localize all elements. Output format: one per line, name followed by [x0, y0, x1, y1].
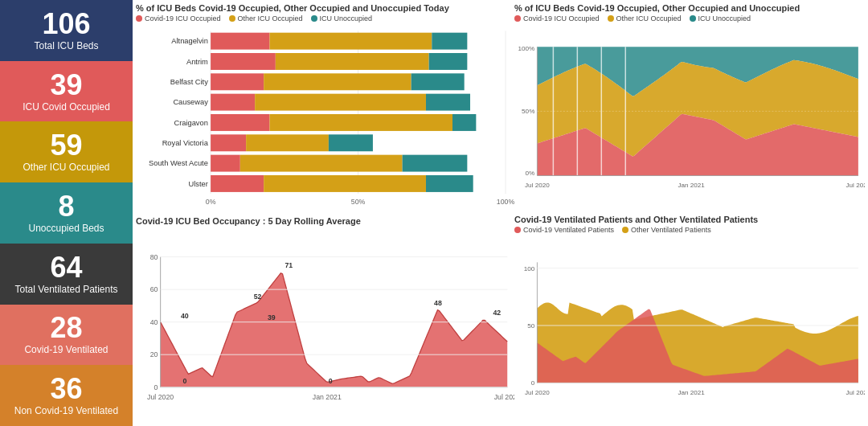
- svg-text:0%: 0%: [526, 170, 535, 177]
- stat-non-covid-vent: 36Non Covid-19 Ventilated: [0, 365, 133, 426]
- stat-number-non-covid-vent: 36: [50, 375, 82, 403]
- svg-text:0: 0: [154, 383, 158, 391]
- legend-item: Other ICU Occupied: [229, 14, 303, 23]
- svg-rect-7: [211, 33, 269, 50]
- svg-rect-19: [211, 94, 255, 111]
- legend-dot: [690, 15, 696, 22]
- stat-label-other-icu: Other ICU Occupied: [23, 162, 109, 173]
- svg-text:100: 100: [524, 265, 535, 272]
- stat-number-icu-covid: 39: [50, 71, 82, 100]
- svg-text:Jul 2020: Jul 2020: [147, 393, 174, 401]
- legend-label: Other Ventilated Patients: [631, 226, 711, 234]
- svg-rect-21: [426, 94, 470, 111]
- svg-text:100%: 100%: [497, 198, 514, 206]
- svg-text:71: 71: [285, 261, 293, 269]
- legend-label: Covid-19 ICU Occupied: [523, 14, 600, 23]
- legend-item: ICU Unoccupied: [690, 14, 751, 23]
- bottom-left-chart-panel: Covid-19 ICU Bed Occupancy : 5 Day Rolli…: [136, 216, 514, 423]
- svg-rect-32: [240, 155, 403, 172]
- top-right-chart-title: % of ICU Beds Covid-19 Occupied, Other O…: [514, 3, 865, 13]
- legend-label: Covid-19 ICU Occupied: [145, 14, 221, 23]
- bottom-left-chart-title: Covid-19 ICU Bed Occupancy : 5 Day Rolli…: [136, 216, 514, 226]
- svg-text:Jul 2021: Jul 2021: [846, 182, 865, 189]
- legend-dot: [622, 227, 628, 233]
- legend-dot: [514, 227, 521, 233]
- stat-label-covid-vent: Covid-19 Ventilated: [24, 344, 108, 355]
- stat-label-total-icu: Total ICU Beds: [34, 40, 98, 51]
- svg-rect-16: [264, 73, 411, 90]
- svg-text:20: 20: [150, 350, 158, 358]
- bottom-right-svg: 050100Jul 2020Jan 2021Jul 2021: [514, 236, 865, 423]
- svg-text:60: 60: [150, 285, 158, 293]
- svg-rect-8: [269, 33, 432, 50]
- svg-rect-37: [426, 175, 473, 192]
- main-container: 106Total ICU Beds39ICU Covid Occupied59O…: [0, 0, 868, 426]
- legend-dot: [136, 15, 142, 22]
- bar-chart-svg: 0%50%100%AltnagelvinAntrimBelfast CityCa…: [136, 25, 514, 213]
- svg-text:50%: 50%: [522, 108, 534, 115]
- legend-label: ICU Unoccupied: [320, 14, 373, 23]
- legend-item: Covid-19 ICU Occupied: [514, 14, 600, 23]
- stat-other-icu: 59Other ICU Occupied: [0, 121, 133, 182]
- svg-rect-29: [329, 134, 373, 151]
- svg-text:0: 0: [182, 377, 186, 385]
- legend-label: Covid-19 Ventilated Patients: [523, 226, 614, 234]
- stat-total-icu: 106Total ICU Beds: [0, 0, 133, 61]
- svg-text:Jan 2021: Jan 2021: [678, 182, 705, 189]
- top-right-svg: 100%50%0%Jul 2020Jan 2021Jul 2021: [514, 25, 865, 211]
- svg-rect-27: [211, 134, 246, 151]
- svg-text:0%: 0%: [206, 198, 216, 206]
- stat-unoccupied: 8Unoccupied Beds: [0, 182, 133, 244]
- svg-text:80: 80: [150, 253, 158, 261]
- svg-text:Belfast City: Belfast City: [170, 78, 208, 86]
- top-right-chart-panel: % of ICU Beds Covid-19 Occupied, Other O…: [514, 3, 865, 211]
- svg-rect-25: [452, 114, 476, 131]
- bottom-right-chart-area: 050100Jul 2020Jan 2021Jul 2021: [514, 236, 865, 423]
- bottom-left-svg: 02040608040052713904842Jul 2020Jan 2021J…: [136, 227, 514, 423]
- legend-dot: [229, 15, 235, 22]
- svg-rect-20: [255, 94, 426, 111]
- svg-rect-11: [211, 53, 276, 70]
- svg-text:Jul 2021: Jul 2021: [494, 393, 514, 401]
- svg-text:Jan 2021: Jan 2021: [678, 389, 705, 396]
- bottom-left-chart-area: 02040608040052713904842Jul 2020Jan 2021J…: [136, 227, 514, 423]
- svg-rect-31: [211, 155, 240, 172]
- svg-text:South West Acute: South West Acute: [149, 159, 208, 167]
- svg-text:40: 40: [150, 318, 158, 326]
- svg-rect-15: [211, 73, 264, 90]
- stat-number-unoccupied: 8: [58, 192, 74, 221]
- svg-text:Jul 2020: Jul 2020: [525, 389, 550, 396]
- legend-item: Covid-19 ICU Occupied: [136, 14, 221, 23]
- stat-total-vent: 64Total Ventilated Patients: [0, 244, 133, 305]
- svg-text:39: 39: [268, 313, 276, 322]
- svg-text:Causeway: Causeway: [173, 98, 208, 106]
- svg-text:40: 40: [181, 312, 189, 320]
- svg-text:Antrim: Antrim: [186, 58, 208, 66]
- stat-number-total-icu: 106: [42, 10, 90, 39]
- top-right-chart-area: 100%50%0%Jul 2020Jan 2021Jul 2021: [514, 25, 865, 211]
- legend-label: ICU Unoccupied: [698, 14, 751, 23]
- svg-text:Craigavon: Craigavon: [174, 119, 207, 127]
- svg-text:Jul 2020: Jul 2020: [525, 182, 550, 189]
- stat-label-unoccupied: Unoccupied Beds: [28, 223, 104, 234]
- stat-label-non-covid-vent: Non Covid-19 Ventilated: [14, 405, 118, 416]
- stat-label-icu-covid: ICU Covid Occupied: [23, 101, 110, 113]
- stat-number-other-icu: 59: [50, 131, 82, 160]
- svg-text:Jan 2021: Jan 2021: [313, 393, 342, 401]
- svg-text:50: 50: [527, 322, 535, 330]
- svg-text:42: 42: [493, 309, 501, 317]
- svg-rect-9: [432, 33, 467, 50]
- legend-item: ICU Unoccupied: [311, 14, 373, 23]
- svg-rect-13: [429, 53, 468, 70]
- top-right-legend: Covid-19 ICU OccupiedOther ICU OccupiedI…: [514, 14, 865, 23]
- bottom-right-legend: Covid-19 Ventilated PatientsOther Ventil…: [514, 226, 865, 234]
- legend-dot: [608, 15, 614, 22]
- svg-rect-33: [403, 155, 468, 172]
- legend-item: Covid-19 Ventilated Patients: [514, 226, 614, 234]
- stat-label-total-vent: Total Ventilated Patients: [14, 284, 117, 295]
- legend-label: Other ICU Occupied: [616, 14, 682, 23]
- bottom-right-chart-title: Covid-19 Ventilated Patients and Other V…: [514, 215, 865, 224]
- sidebar: 106Total ICU Beds39ICU Covid Occupied59O…: [0, 0, 133, 426]
- bar-chart-title: % of ICU Beds Covid-19 Occupied, Other O…: [136, 3, 514, 13]
- stat-number-total-vent: 64: [50, 253, 82, 282]
